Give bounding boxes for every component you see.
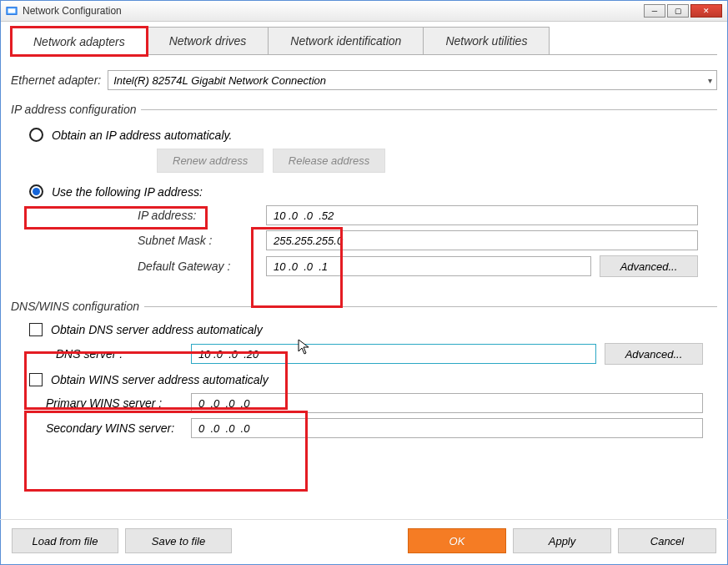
window-title: Network Configuration [23,5,644,17]
release-address-button[interactable]: Release address [273,149,386,173]
ethernet-adapter-select[interactable] [108,70,717,90]
ethernet-adapter-label: Ethernet adapter: [11,73,101,87]
renew-address-button[interactable]: Renew address [157,149,264,173]
footer: Load from file Save to file OK Apply Can… [0,519,728,565]
tab-network-identification[interactable]: Network identification [268,27,424,54]
dns-server-input[interactable] [191,344,596,364]
subnet-mask-input[interactable] [266,230,698,250]
window-controls: ─ ▢ ✕ [644,4,722,18]
checkbox-obtain-dns-auto[interactable] [29,323,43,336]
checkbox-obtain-dns-auto-label: Obtain DNS server address automaticaly [51,323,263,336]
ok-button[interactable]: OK [408,528,506,553]
tab-bar: Network adapters Network drives Network … [11,27,717,55]
apply-button[interactable]: Apply [513,528,611,553]
minimize-button[interactable]: ─ [644,4,665,18]
save-to-file-button[interactable]: Save to file [125,528,232,553]
tab-network-utilities[interactable]: Network utilities [423,27,550,54]
tab-network-drives[interactable]: Network drives [147,27,269,54]
dns-wins-group-title: DNS/WINS configuration [11,300,144,313]
primary-wins-input[interactable] [191,393,703,413]
cancel-button[interactable]: Cancel [618,528,716,553]
ip-advanced-button[interactable]: Advanced... [600,255,698,277]
subnet-mask-label: Subnet Mask : [138,234,266,247]
checkbox-obtain-wins-auto-label: Obtain WINS server address automaticaly [51,373,269,386]
radio-obtain-ip-auto[interactable] [29,128,43,142]
ip-address-input[interactable] [266,205,698,225]
primary-wins-label: Primary WINS server : [46,396,191,410]
load-from-file-button[interactable]: Load from file [12,528,118,553]
default-gateway-label: Default Gateway : [138,260,266,273]
app-icon [6,5,18,17]
secondary-wins-label: Secondary WINS server: [46,421,191,435]
ip-address-label: IP address: [138,209,266,222]
dns-server-label: DNS server : [56,347,191,361]
default-gateway-input[interactable] [266,256,591,276]
close-button[interactable]: ✕ [690,4,722,18]
radio-use-following-ip-label: Use the following IP address: [52,185,203,199]
checkbox-obtain-wins-auto[interactable] [29,373,43,386]
titlebar: Network Configuration ─ ▢ ✕ [1,1,727,22]
maximize-button[interactable]: ▢ [667,4,689,18]
ip-config-group-title: IP address configuration [11,103,141,116]
svg-rect-1 [8,8,16,13]
dns-advanced-button[interactable]: Advanced... [605,343,703,365]
radio-obtain-ip-auto-label: Obtain an IP address automaticaly. [52,129,232,142]
radio-use-following-ip[interactable] [29,184,43,199]
secondary-wins-input[interactable] [191,418,703,438]
tab-network-adapters[interactable]: Network adapters [11,28,148,55]
